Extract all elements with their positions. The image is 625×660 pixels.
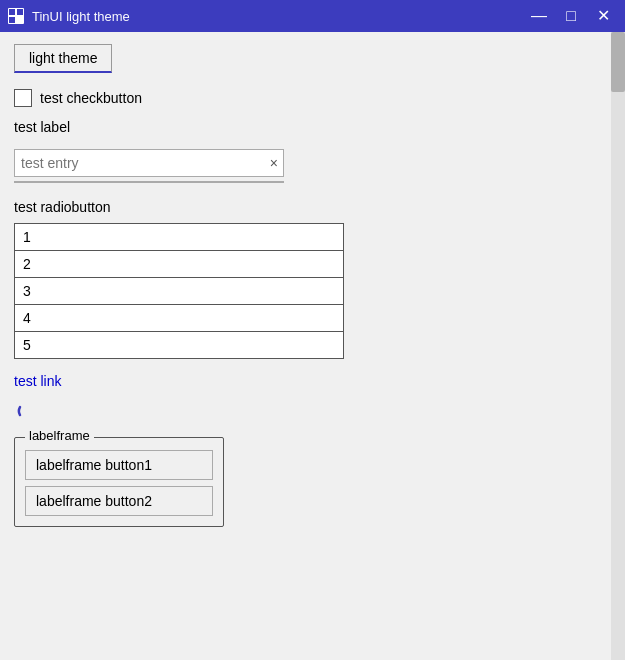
- svg-rect-1: [9, 9, 15, 15]
- labelframe: labelframe labelframe button1 labelframe…: [14, 437, 224, 527]
- labelframe-button1[interactable]: labelframe button1: [25, 450, 213, 480]
- svg-rect-2: [17, 9, 23, 15]
- close-button[interactable]: ✕: [589, 4, 617, 28]
- entry-underline: [14, 181, 284, 183]
- scrollbar-track[interactable]: [611, 32, 625, 660]
- test-entry-input[interactable]: [14, 149, 284, 177]
- title-bar-controls: — □ ✕: [525, 4, 617, 28]
- main-content: light theme test checkbutton test label …: [0, 32, 625, 660]
- listbox: 1 2 3 4 5: [14, 223, 344, 359]
- labelframe-legend: labelframe: [25, 428, 94, 443]
- minimize-button[interactable]: —: [525, 4, 553, 28]
- svg-rect-3: [9, 17, 15, 23]
- test-link[interactable]: test link: [14, 373, 611, 389]
- light-theme-tab[interactable]: light theme: [14, 44, 112, 73]
- maximize-button[interactable]: □: [557, 4, 585, 28]
- list-item[interactable]: 5: [15, 332, 343, 358]
- app-icon: [8, 8, 24, 24]
- test-label: test label: [14, 119, 611, 135]
- test-checkbox[interactable]: [14, 89, 32, 107]
- spinner-icon: [14, 399, 38, 423]
- title-bar-left: TinUI light theme: [8, 8, 130, 24]
- list-item[interactable]: 1: [15, 224, 343, 251]
- entry-row: ×: [14, 149, 284, 177]
- checkbutton-row: test checkbutton: [14, 89, 611, 107]
- window-title: TinUI light theme: [32, 9, 130, 24]
- checkbutton-label: test checkbutton: [40, 90, 142, 106]
- list-item[interactable]: 3: [15, 278, 343, 305]
- radiobutton-label: test radiobutton: [14, 199, 611, 215]
- list-item[interactable]: 4: [15, 305, 343, 332]
- title-bar: TinUI light theme — □ ✕: [0, 0, 625, 32]
- labelframe-button2[interactable]: labelframe button2: [25, 486, 213, 516]
- list-item[interactable]: 2: [15, 251, 343, 278]
- scrollbar-thumb[interactable]: [611, 32, 625, 92]
- entry-clear-button[interactable]: ×: [270, 156, 278, 170]
